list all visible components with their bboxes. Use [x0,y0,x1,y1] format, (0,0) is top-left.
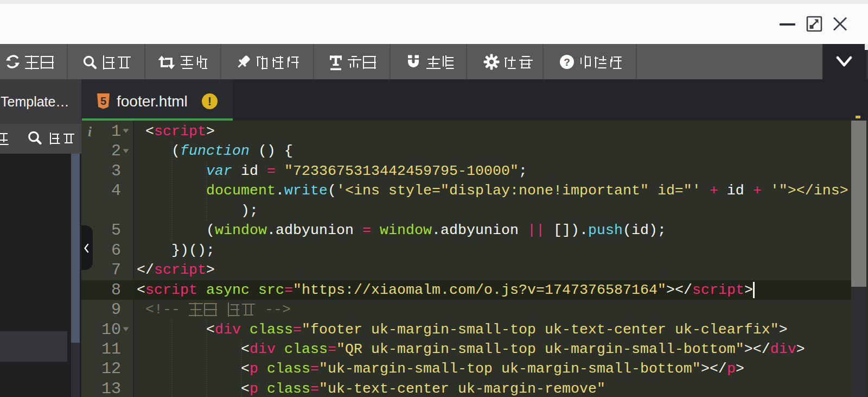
svg-text:5: 5 [100,95,106,107]
svg-text:?: ? [564,56,570,68]
